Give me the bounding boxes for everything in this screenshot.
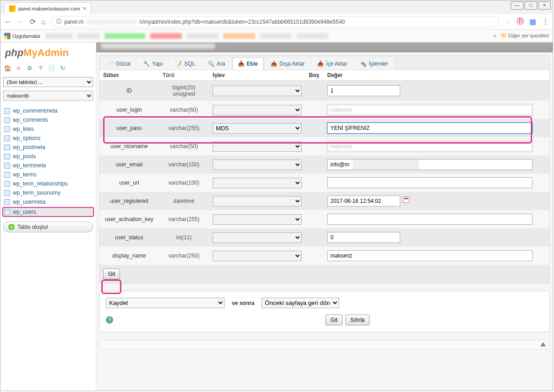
sidebar-table-wp-comments[interactable]: wp_comments xyxy=(3,115,93,124)
tab-operations[interactable]: 🔩İşlemler xyxy=(354,57,394,70)
table-label: wp_posts xyxy=(13,153,36,160)
bookmark-blur xyxy=(45,33,73,39)
tab-search[interactable]: 🔍Ara xyxy=(202,57,231,70)
sql-icon[interactable]: ⚙ xyxy=(26,64,33,72)
function-select[interactable] xyxy=(213,232,302,243)
star-icon[interactable]: ☆ xyxy=(505,17,511,26)
more-bookmarks-label[interactable]: Diğer yer işaretleri xyxy=(508,33,549,38)
table-icon xyxy=(4,135,10,141)
apps-button[interactable]: Uygulamalar xyxy=(4,33,41,39)
row-user-nicename: user_nicenamevarchar(50) xyxy=(99,137,549,155)
browser-tab[interactable]: panel.makserizolasyon.com × xyxy=(4,2,91,14)
create-table-button[interactable]: + Tablo oluştur xyxy=(3,222,93,232)
sidebar-table-wp-term-relationships[interactable]: wp_term_relationships xyxy=(3,179,93,188)
reload-button[interactable]: ⟳ xyxy=(30,17,36,26)
sidebar-table-wp-term-taxonomy[interactable]: wp_term_taxonomy xyxy=(3,188,93,197)
go-button-bottom[interactable]: Git xyxy=(325,315,342,325)
forward-button: → xyxy=(17,18,24,26)
function-select[interactable] xyxy=(213,105,302,115)
value-input[interactable] xyxy=(327,141,533,152)
value-input[interactable] xyxy=(327,232,400,243)
bookmark-blur xyxy=(296,33,328,39)
function-select[interactable] xyxy=(213,196,302,206)
calendar-icon[interactable] xyxy=(403,196,409,203)
function-select[interactable]: MD5 xyxy=(213,123,302,134)
table-tree: wp_commentmetawp_commentswp_linkswp_opti… xyxy=(3,106,93,217)
console-toggle-icon[interactable] xyxy=(540,342,546,346)
sidebar-table-wp-postmeta[interactable]: wp_postmeta xyxy=(3,143,93,152)
null-cell xyxy=(305,174,324,192)
table-label: wp_users xyxy=(13,209,36,215)
tab-structure[interactable]: 🔧Yapı xyxy=(137,57,169,70)
function-select[interactable] xyxy=(213,86,302,96)
null-cell xyxy=(305,210,324,228)
browser-tab-bar: panel.makserizolasyon.com × xyxy=(0,0,553,14)
sidebar-table-wp-links[interactable]: wp_links xyxy=(3,124,93,134)
value-input[interactable] xyxy=(327,250,533,261)
table-icon xyxy=(4,117,10,123)
value-input[interactable] xyxy=(327,159,533,170)
tab-browse[interactable]: 📄Gözat xyxy=(101,57,136,70)
sidebar-table-wp-users[interactable]: wp_users xyxy=(2,207,94,217)
tab-import[interactable]: 📥İçe Aktar xyxy=(312,57,354,70)
column-name: user_email xyxy=(99,155,159,174)
value-input[interactable] xyxy=(327,177,533,188)
home-button[interactable]: ⌂ xyxy=(41,18,46,26)
value-input[interactable] xyxy=(327,123,533,134)
close-window-button[interactable]: × xyxy=(538,1,551,10)
back-button[interactable]: ← xyxy=(4,18,11,26)
pinterest-icon[interactable]: ⓟ xyxy=(517,17,524,26)
settings-icon[interactable]: 📄 xyxy=(48,64,55,72)
sql-tab-icon: 📝 xyxy=(176,61,182,67)
value-input[interactable] xyxy=(327,85,400,96)
apps-icon xyxy=(4,33,10,39)
table-label: wp_term_relationships xyxy=(13,181,68,187)
tab-export[interactable]: 📤Dışa Aktar xyxy=(265,57,310,70)
menu-icon[interactable]: ⋮ xyxy=(542,17,549,26)
page-tabs: 📄Gözat 🔧Yapı 📝SQL 🔍Ara 📥Ekle 📤Dışa Aktar… xyxy=(99,55,550,70)
value-input[interactable] xyxy=(327,104,533,115)
bookmark-blur xyxy=(150,33,182,39)
function-select[interactable] xyxy=(213,178,302,188)
tab-sql[interactable]: 📝SQL xyxy=(170,57,201,70)
reset-button[interactable]: Sıfırla xyxy=(345,315,370,325)
function-select[interactable] xyxy=(213,214,302,225)
reload-nav-icon[interactable]: ↻ xyxy=(59,64,66,72)
tab-close-icon[interactable]: × xyxy=(83,5,87,12)
minimize-button[interactable]: — xyxy=(511,1,523,10)
value-input[interactable] xyxy=(327,196,400,206)
home-icon[interactable]: 🏠 xyxy=(4,64,11,72)
recent-tables-select[interactable]: (Son tablolar) ... xyxy=(3,77,93,87)
go-button[interactable]: Git xyxy=(103,268,120,279)
insert-icon: 📥 xyxy=(238,61,245,67)
url-blur xyxy=(86,20,136,24)
row-ID: IDbigint(20) unsigned xyxy=(99,81,549,101)
extension-icon[interactable]: ▦ xyxy=(529,17,536,26)
function-select[interactable] xyxy=(213,160,302,170)
table-label: wp_terms xyxy=(13,171,37,178)
sidebar-table-wp-terms[interactable]: wp_terms xyxy=(3,170,93,179)
row-display-name: display_namevarchar(250) xyxy=(99,247,549,265)
logout-icon[interactable]: ⎋ xyxy=(15,64,22,72)
sidebar-table-wp-posts[interactable]: wp_posts xyxy=(3,152,93,161)
url-input[interactable]: ⓘ panel.m n/myadmin/index.php?db=makserd… xyxy=(51,16,499,27)
help-icon[interactable]: ? xyxy=(106,316,113,324)
function-select[interactable] xyxy=(213,251,302,261)
function-select[interactable] xyxy=(213,141,302,152)
tab-insert[interactable]: 📥Ekle xyxy=(232,57,264,70)
save-panel: Kaydet ve sonra Önceki sayfaya geri dön … xyxy=(99,291,550,332)
insert-form-table: Sütun Türü İşlev Boş Değer IDbigint(20) … xyxy=(99,70,549,265)
header-column: Sütun xyxy=(99,70,159,81)
sidebar-quick-icons: 🏠 ⎋ ⚙ ? 📄 ↻ xyxy=(3,62,93,75)
value-input[interactable] xyxy=(327,214,533,225)
after-action-select[interactable]: Önceki sayfaya geri dön xyxy=(261,298,339,308)
maximize-button[interactable]: □ xyxy=(524,1,537,10)
docs-icon[interactable]: ? xyxy=(37,64,44,72)
overflow-chevron[interactable]: » xyxy=(493,33,496,38)
sidebar-table-wp-commentmeta[interactable]: wp_commentmeta xyxy=(3,106,93,115)
save-mode-select[interactable]: Kaydet xyxy=(106,298,225,308)
sidebar-table-wp-termmeta[interactable]: wp_termmeta xyxy=(3,161,93,170)
sidebar-table-wp-options[interactable]: wp_options xyxy=(3,134,93,143)
sidebar-table-wp-usermeta[interactable]: wp_usermeta xyxy=(3,197,93,206)
database-select[interactable]: makserdb xyxy=(3,91,93,101)
